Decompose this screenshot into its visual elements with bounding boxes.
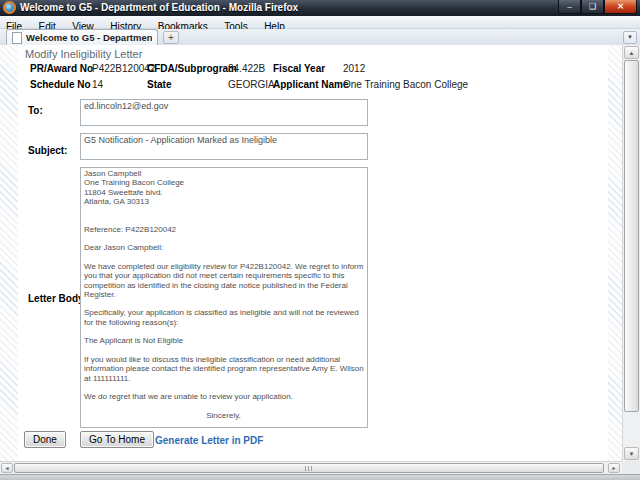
applicant-name-label: Applicant Name	[273, 79, 349, 90]
scroll-right-arrow-icon[interactable]: ►	[608, 463, 620, 473]
to-input[interactable]: ed.lincoln12@ed.gov	[80, 99, 368, 126]
vertical-scrollbar[interactable]: ▲ ▼	[622, 45, 640, 461]
cfda-subprogram-label: CFDA/Subprogram	[147, 63, 237, 74]
cfda-subprogram-value: 84.422B	[228, 63, 265, 74]
titlebar: Welcome to G5 - Department of Education …	[0, 0, 640, 16]
window-controls: – ❏ ✕	[558, 0, 637, 14]
scrollbar-grip	[305, 466, 314, 471]
letter-body-label: Letter Body	[28, 293, 84, 304]
window-title: Welcome to G5 - Department of Education …	[20, 2, 298, 13]
fiscal-year-value: 2012	[343, 63, 365, 74]
page-icon	[12, 32, 22, 44]
pr-award-no-label: PR/Award No	[30, 63, 93, 74]
state-label: State	[147, 79, 171, 90]
horizontal-scrollbar-thumb[interactable]	[14, 463, 604, 473]
subject-label: Subject:	[28, 145, 67, 156]
applicant-name-value: One Training Bacon College	[343, 79, 468, 90]
letter-body-input[interactable]: Jason Campbell One Training Bacon Colleg…	[80, 167, 368, 428]
vertical-scrollbar-thumb[interactable]	[624, 60, 639, 412]
maximize-button[interactable]: ❏	[581, 0, 604, 14]
window-bottom-frame	[0, 474, 640, 480]
firefox-window: Welcome to G5 - Department of Education …	[0, 0, 640, 480]
firefox-icon	[3, 1, 16, 14]
pr-award-no-value: P422B120042	[92, 63, 155, 74]
new-tab-button[interactable]: +	[163, 31, 179, 44]
scroll-down-arrow-icon[interactable]: ▼	[624, 447, 639, 460]
fiscal-year-label: Fiscal Year	[273, 63, 325, 74]
close-button[interactable]: ✕	[604, 0, 637, 14]
state-value: GEORGIA	[228, 79, 275, 90]
list-all-tabs-button[interactable]: ▼	[623, 31, 637, 44]
go-to-home-button[interactable]: Go To Home	[80, 431, 154, 448]
content-panel: Modify Ineligibility Letter PR/Award No …	[18, 45, 608, 461]
scroll-up-arrow-icon[interactable]: ▲	[624, 46, 639, 59]
menu-bar: File Edit View History Bookmarks Tools H…	[0, 16, 640, 29]
scroll-left-arrow-icon[interactable]: ◄	[1, 463, 13, 473]
tab-bar: Welcome to G5 - Department of Edu... + ▼	[0, 29, 640, 46]
scrollbar-corner	[622, 461, 640, 474]
generate-letter-pdf-link[interactable]: Generate Letter in PDF	[155, 435, 263, 446]
minimize-button[interactable]: –	[558, 0, 581, 14]
done-button[interactable]: Done	[24, 431, 66, 448]
page-viewport: Modify Ineligibility Letter PR/Award No …	[0, 45, 622, 461]
horizontal-scrollbar[interactable]: ◄ ►	[0, 461, 622, 474]
page-title: Modify Ineligibility Letter	[25, 48, 142, 60]
schedule-no-label: Schedule No	[30, 79, 91, 90]
tab-welcome-to-g5[interactable]: Welcome to G5 - Department of Edu...	[6, 29, 158, 45]
schedule-no-value: 14	[92, 79, 103, 90]
to-label: To:	[28, 105, 43, 116]
subject-input[interactable]: G5 Notification - Application Marked as …	[80, 133, 368, 160]
tab-label: Welcome to G5 - Department of Edu...	[26, 32, 152, 43]
